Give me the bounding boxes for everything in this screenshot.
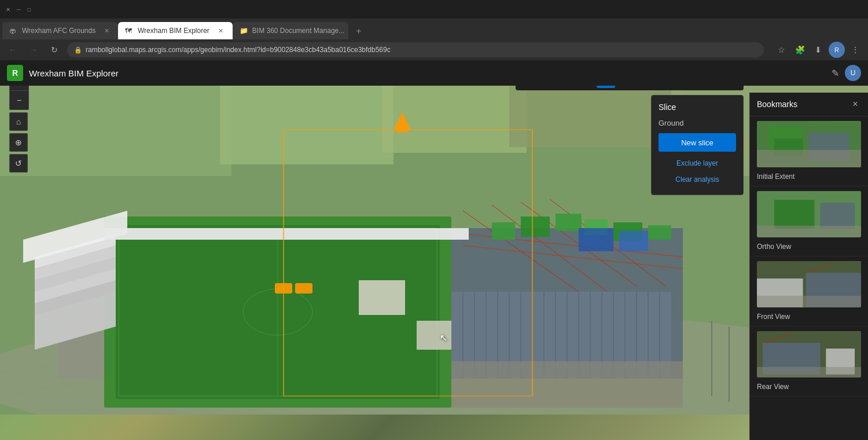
svg-rect-86: [757, 296, 861, 307]
tab-favicon-afc: 🏟: [9, 27, 17, 35]
slice-panel: Slice Ground New slice Exclude layer Cle…: [651, 95, 744, 195]
address-bar: ← → ↻ 🔒 rambollglobal.maps.arcgis.com/ap…: [0, 39, 868, 60]
svg-rect-32: [492, 222, 515, 240]
svg-rect-67: [396, 127, 408, 133]
svg-rect-60: [359, 280, 405, 315]
bookmark-item-ortho-view[interactable]: Ortho View: [750, 186, 868, 256]
bookmark-name-ortho: Ortho View: [757, 243, 791, 251]
back-button[interactable]: ←: [5, 42, 21, 58]
tab-label-bim360: BIM 360 Document Manage...: [252, 27, 344, 35]
window-controls: ✕ ─ □: [5, 6, 32, 13]
zoom-out-button[interactable]: −: [10, 91, 28, 109]
svg-rect-39: [619, 231, 648, 251]
window-maximize-button[interactable]: □: [25, 6, 32, 13]
compass-button[interactable]: ⊕: [9, 133, 28, 152]
bookmarks-title: Bookmarks: [757, 100, 797, 109]
map-area[interactable]: ↖ + − ⌂ ⊕ ↺ ☀ ⛅ ◑ ⬡ ⬜ 🌐 ⟺ ⚠ ◇ ▪▪: [0, 60, 868, 440]
bookmarks-header: Bookmarks ×: [750, 93, 868, 116]
window-minimize-button[interactable]: ─: [15, 6, 22, 13]
browser-titlebar: ✕ ─ □: [0, 0, 868, 19]
svg-rect-81: [757, 226, 861, 237]
bookmark-item-front-view[interactable]: Front View: [750, 256, 868, 327]
svg-rect-37: [648, 225, 671, 240]
forward-button[interactable]: →: [25, 42, 42, 58]
clear-analysis-button[interactable]: Clear analysis: [659, 171, 736, 188]
user-avatar[interactable]: U: [845, 65, 861, 81]
svg-rect-33: [521, 217, 550, 237]
tab-close-bim[interactable]: ✕: [216, 26, 226, 35]
bookmark-name-initial: Initial Extent: [757, 173, 795, 181]
tab-bim360[interactable]: 📁 BIM 360 Document Manage... ✕: [233, 22, 348, 39]
menu-button[interactable]: ⋮: [847, 42, 863, 58]
app-logo: R: [7, 65, 23, 81]
bookmark-thumb-rear: [757, 331, 861, 377]
svg-rect-77: [757, 150, 861, 167]
bookmark-thumb-ortho: [757, 191, 861, 237]
bookmark-name-front: Front View: [757, 313, 790, 321]
home-button[interactable]: ⌂: [9, 112, 28, 131]
bookmark-star-button[interactable]: ☆: [773, 42, 789, 58]
bookmarks-panel: Bookmarks × Initial Extent: [749, 93, 868, 440]
exclude-layer-button[interactable]: Exclude layer: [659, 155, 736, 171]
browser-chrome: ✕ ─ □ 🏟 Wrexham AFC Grounds ✕ 🗺 Wrexham …: [0, 0, 868, 60]
extensions-button[interactable]: 🧩: [792, 42, 808, 58]
tab-favicon-bim: 🗺: [125, 27, 133, 35]
svg-rect-62: [451, 361, 683, 408]
bookmark-thumb-initial: [757, 121, 861, 167]
new-tab-button[interactable]: +: [351, 23, 367, 39]
window-close-button[interactable]: ✕: [5, 6, 12, 13]
lock-icon: 🔒: [74, 46, 82, 54]
tab-label-bim: Wrexham BIM Explorer: [138, 27, 209, 35]
svg-rect-71: [295, 283, 312, 294]
map-controls: + − ⌂ ⊕ ↺: [9, 72, 29, 173]
tab-close-afc[interactable]: ✕: [102, 26, 111, 35]
svg-rect-79: [774, 200, 815, 229]
reload-button[interactable]: ↻: [46, 42, 62, 58]
rotate-button[interactable]: ↺: [9, 154, 28, 173]
svg-rect-34: [556, 214, 582, 231]
profile-button[interactable]: R: [829, 42, 845, 58]
bookmark-thumb-front: [757, 261, 861, 307]
svg-rect-38: [579, 228, 613, 251]
tabs-bar: 🏟 Wrexham AFC Grounds ✕ 🗺 Wrexham BIM Ex…: [0, 19, 868, 39]
bookmarks-close-button[interactable]: ×: [849, 98, 861, 110]
downloads-button[interactable]: ⬇: [810, 42, 826, 58]
slice-label: Ground: [659, 119, 736, 127]
svg-rect-80: [820, 203, 855, 229]
svg-text:↖: ↖: [440, 333, 447, 343]
url-text: rambollglobal.maps.arcgis.com/apps/geobi…: [86, 46, 757, 54]
bookmark-item-rear-view[interactable]: Rear View: [750, 327, 868, 397]
app-header: R Wrexham BIM Explorer ✎ U: [0, 60, 868, 86]
bookmark-item-initial-extent[interactable]: Initial Extent: [750, 116, 868, 186]
new-slice-button[interactable]: New slice: [659, 133, 736, 152]
tab-favicon-bim360: 📁: [240, 27, 248, 35]
app-title: Wrexham BIM Explorer: [29, 68, 119, 78]
tab-bim-explorer[interactable]: 🗺 Wrexham BIM Explorer ✕: [118, 22, 233, 39]
app-container: R Wrexham BIM Explorer ✎ U: [0, 60, 868, 440]
slice-panel-title: Slice: [659, 102, 736, 112]
url-bar[interactable]: 🔒 rambollglobal.maps.arcgis.com/apps/geo…: [67, 42, 764, 57]
svg-rect-70: [275, 283, 292, 294]
browser-actions: ☆ 🧩 ⬇ R ⋮: [773, 42, 863, 58]
svg-marker-59: [104, 228, 469, 240]
svg-rect-91: [757, 367, 861, 377]
tab-label-afc: Wrexham AFC Grounds: [22, 27, 95, 35]
edit-button[interactable]: ✎: [832, 68, 839, 79]
bookmark-name-rear: Rear View: [757, 383, 789, 391]
tab-wrexham-afc[interactable]: 🏟 Wrexham AFC Grounds ✕: [2, 22, 118, 39]
